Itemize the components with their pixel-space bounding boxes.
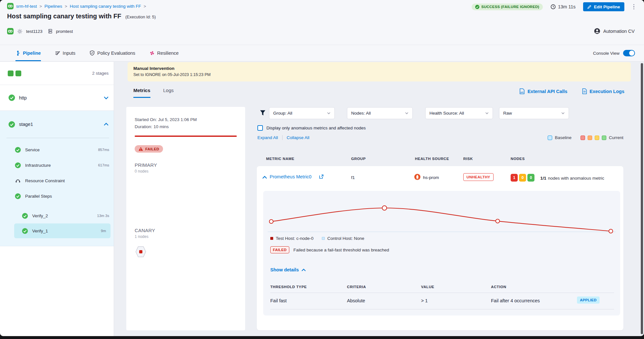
- analysis-failed-badge: FAILED: [270, 246, 289, 253]
- metric-health-source-cell: hs-prom: [423, 175, 439, 180]
- health-source-filter-dropdown[interactable]: Health Source: All: [425, 107, 493, 119]
- tab-logs[interactable]: Logs: [163, 88, 174, 98]
- more-options-menu[interactable]: [632, 3, 636, 11]
- sidebar-step-resource-constraint[interactable]: Resource Constraint: [0, 173, 114, 188]
- console-view-toggle[interactable]: [623, 50, 635, 56]
- check-circle-icon: [22, 213, 28, 219]
- group-filter-value: Group: All: [273, 111, 292, 116]
- resource-constraint-icon: [15, 178, 21, 184]
- main-tabbar: Pipeline Inputs Policy Evaluations Resil…: [0, 45, 644, 61]
- nodes-filter-dropdown[interactable]: Nodes: All: [347, 107, 413, 119]
- sidebar-step-parallel-steps[interactable]: Parallel Steps: [0, 188, 114, 204]
- col-header-value: VALUE: [421, 285, 434, 289]
- edit-pipeline-button[interactable]: Edit Pipeline: [583, 2, 624, 11]
- filter-icon: [260, 110, 266, 116]
- health-source-name: promtest: [56, 29, 73, 34]
- current-swatch-green: [602, 136, 606, 140]
- stage-count: 2 stages: [92, 71, 109, 76]
- view-tabs: Metrics Logs: [133, 88, 174, 98]
- node-risk-chips: 1 0 0: [511, 174, 534, 182]
- sidebar-step-verify-2[interactable]: Verify_2 13m 3s: [7, 208, 114, 223]
- breadcrumb-pipeline-name[interactable]: Host sampling canary testing with FF: [70, 4, 141, 9]
- warning-triangle-icon: [139, 147, 143, 151]
- threshold-type-cell: Fail fast: [270, 298, 287, 303]
- vertical-scrollbar[interactable]: [641, 63, 643, 334]
- show-details-toggle[interactable]: Show details: [270, 267, 306, 272]
- sidebar-stage-stage1[interactable]: stage1: [0, 111, 114, 138]
- data-mode-dropdown[interactable]: Raw: [499, 107, 569, 119]
- tab-metrics[interactable]: Metrics: [133, 88, 150, 98]
- node-chip-warning: 0: [519, 174, 526, 182]
- check-circle-icon: [15, 147, 21, 153]
- criteria-cell: Absolute: [347, 298, 365, 303]
- anomalous-only-label: Display only anomalous metrics and affec…: [266, 126, 366, 130]
- breadcrumb-pipelines[interactable]: Pipelines: [44, 4, 62, 9]
- applied-badge: APPLIED: [577, 297, 600, 304]
- current-swatch-red: [581, 136, 585, 140]
- sidebar-step-infrastructure[interactable]: Infrastructure 617ms: [0, 157, 114, 173]
- status-badge: SUCCESS (FAILURE IGNORED): [472, 4, 543, 10]
- col-header-action: ACTION: [491, 285, 506, 289]
- clock-icon: [551, 4, 556, 9]
- collapse-all-link[interactable]: Collapse All: [287, 135, 310, 140]
- verification-summary-card: Started On: Jul 5, 2023 1:06 PM Duration…: [126, 107, 245, 330]
- test-host-swatch: [270, 237, 273, 240]
- external-api-calls-link[interactable]: API External API Calls: [519, 88, 567, 94]
- col-header-group: GROUP: [351, 157, 366, 161]
- col-header-threshold-type: THRESHOLD TYPE: [270, 285, 307, 289]
- tab-policy-evaluations[interactable]: Policy Evaluations: [90, 45, 135, 61]
- chevron-up-icon: [104, 123, 109, 126]
- check-circle-icon: [8, 121, 15, 128]
- sidebar-step-service[interactable]: Service 857ms: [0, 142, 114, 157]
- chevron-down-icon: [561, 112, 565, 114]
- execution-logs-link[interactable]: Execution Logs: [582, 88, 624, 94]
- chevron-down-icon: [405, 112, 409, 114]
- step-duration: 9m: [101, 229, 106, 233]
- console-view-label: Console View: [593, 51, 620, 56]
- anomalous-only-checkbox[interactable]: [257, 125, 263, 131]
- current-swatch-orange: [588, 136, 592, 140]
- shield-check-icon: [90, 50, 95, 56]
- user-icon: [594, 28, 600, 34]
- collapse-row-chevron-icon[interactable]: [262, 176, 267, 179]
- breadcrumb-separator: >: [144, 4, 146, 9]
- expand-all-link[interactable]: Expand All: [257, 135, 278, 140]
- chevron-down-icon: [327, 112, 331, 114]
- verification-status-badge: FAILED: [135, 145, 163, 153]
- hexagon-node-icon[interactable]: [135, 246, 146, 258]
- current-user: Automation CV: [594, 28, 635, 34]
- pencil-icon: [587, 5, 591, 9]
- svg-text:API: API: [521, 91, 524, 93]
- canary-node-count: 1 nodes: [135, 234, 237, 239]
- metric-name-link[interactable]: Prometheus Metric0: [270, 174, 312, 179]
- baseline-swatch: [548, 136, 552, 140]
- check-circle-icon: [22, 228, 28, 234]
- chart-legend-row: Baseline Current: [548, 135, 623, 140]
- sliders-pencil-icon: [55, 51, 60, 56]
- tab-resilience[interactable]: Resilience: [149, 45, 179, 61]
- document-icon: [582, 88, 587, 94]
- chevron-down-icon: [485, 112, 489, 114]
- breadcrumb-project[interactable]: srm-hf-test: [16, 4, 37, 9]
- tab-pipeline[interactable]: Pipeline: [15, 45, 41, 61]
- group-filter-dropdown[interactable]: Group: All: [269, 107, 335, 119]
- primary-group-label: PRIMARY: [135, 162, 237, 168]
- tab-inputs[interactable]: Inputs: [55, 45, 76, 61]
- page-title: Host sampling canary testing with FF: [7, 13, 121, 20]
- threshold-table: THRESHOLD TYPE CRITERIA VALUE ACTION Fai…: [270, 285, 614, 309]
- anomalous-filter-row: Display only anomalous metrics and affec…: [257, 125, 366, 131]
- node-chip-healthy: 0: [527, 174, 534, 182]
- current-swatch-yellow: [595, 136, 599, 140]
- breadcrumb-separator: >: [40, 4, 42, 9]
- manual-intervention-banner: Manual Intervention Set to IGNORE on 05-…: [128, 62, 631, 81]
- current-legend-label: Current: [609, 135, 623, 140]
- title-row: Host sampling canary testing with FF (Ex…: [7, 13, 156, 20]
- stage-summary-row: 2 stages: [0, 62, 114, 85]
- external-link-icon[interactable]: [319, 174, 324, 179]
- started-on: Started On: Jul 5, 2023 1:06 PM: [135, 117, 237, 122]
- health-source-filter-value: Health Source: All: [429, 111, 464, 116]
- sidebar-step-verify-1[interactable]: Verify_1 9m: [14, 223, 111, 238]
- sidebar-stage-http[interactable]: http: [0, 85, 114, 111]
- col-header-health-source: HEALTH SOURCE: [415, 157, 449, 161]
- user-name: Automation CV: [603, 29, 635, 34]
